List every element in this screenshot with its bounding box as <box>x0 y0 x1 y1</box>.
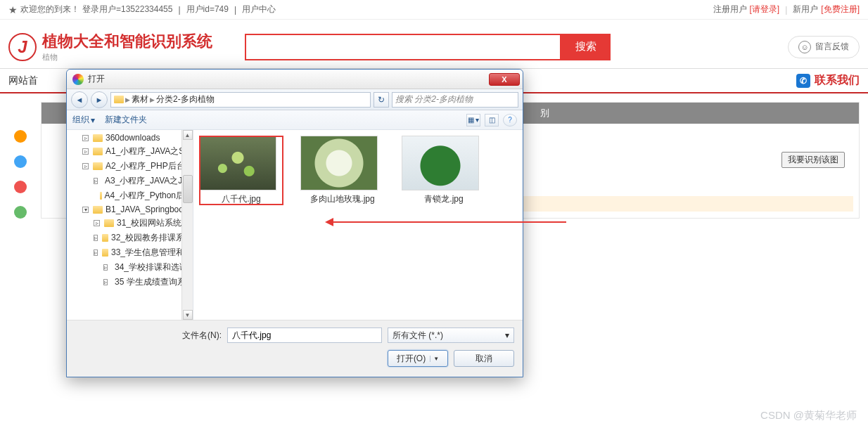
tree-item[interactable]: ▹360downloads <box>67 131 193 144</box>
expand-toggle[interactable]: ▹ <box>94 235 98 241</box>
headset-icon: ☺ <box>798 41 811 53</box>
user-center-link[interactable]: 用户中心 <box>242 4 276 15</box>
organize-menu[interactable]: 组织 ▾ <box>72 114 95 126</box>
site-subtitle: 植物 <box>42 52 212 63</box>
filename-input[interactable] <box>227 328 382 343</box>
chevron-right-icon: ▶ <box>150 96 155 103</box>
topbar: ★ 欢迎您的到来！ 登录用户=13522334455 | 用户id=749 | … <box>0 0 868 20</box>
expand-toggle[interactable]: ▹ <box>94 249 98 256</box>
search-input[interactable] <box>245 34 561 60</box>
new-folder-button[interactable]: 新建文件夹 <box>105 114 147 126</box>
tree-item[interactable]: ▹32_校园教务排课系统 <box>67 231 193 245</box>
search-button[interactable]: 搜索 <box>561 34 611 60</box>
tree-item-label: A2_小程序_PHP后台 <box>106 160 185 172</box>
tree-item[interactable]: A4_小程序_Python后台 <box>67 188 193 203</box>
expand-toggle[interactable]: ▹ <box>82 135 89 141</box>
filename-row: 文件名(N): 所有文件 (*.*) ▾ <box>75 328 514 343</box>
expand-toggle[interactable]: ▹ <box>94 220 100 226</box>
path-seg-2[interactable]: 分类2-多肉植物 <box>156 93 215 105</box>
folder-icon <box>100 192 101 200</box>
tree-item[interactable]: ▹34_学校排课和选课系 <box>67 260 193 275</box>
logo-icon: J <box>8 33 37 61</box>
folder-search-input[interactable]: 搜索 分类2-多肉植物 <box>392 92 518 108</box>
thumbnail-image <box>199 136 276 190</box>
phone-icon: ✆ <box>796 74 810 88</box>
tree-item[interactable]: ▹A1_小程序_JAVA之Spr <box>67 144 193 159</box>
tree-item-label: 360downloads <box>106 133 160 143</box>
open-button[interactable]: 打开(O) ▼ <box>388 350 448 367</box>
breadcrumb[interactable]: ▶ 素材 ▶ 分类2-多肉植物 <box>110 92 371 108</box>
folder-icon <box>93 148 103 155</box>
please-login-link[interactable]: [请登录] <box>750 4 780 15</box>
expand-toggle[interactable]: ▹ <box>82 148 89 155</box>
view-options-button[interactable]: ▦ ▾ <box>466 114 480 127</box>
open-button-label: 打开(O) <box>397 353 426 365</box>
separator: | <box>178 5 180 15</box>
thumbnail-label: 青锁龙.jpg <box>402 193 486 205</box>
side-icon-2[interactable] <box>14 155 27 168</box>
chevron-down-icon: ▾ <box>91 115 95 125</box>
side-icon-1[interactable] <box>14 130 27 143</box>
star-icon: ★ <box>8 4 18 15</box>
chevron-down-icon: ▼ <box>430 356 439 362</box>
dialog-toolbar: 组织 ▾ 新建文件夹 ▦ ▾ ◫ ? <box>67 110 523 130</box>
thumbnail-image <box>300 136 378 190</box>
header: J 植物大全和智能识别系统 植物 搜索 ☺ 留言反馈 <box>0 20 868 68</box>
close-button[interactable]: X <box>489 73 520 86</box>
cancel-button[interactable]: 取消 <box>454 350 514 367</box>
free-register-link[interactable]: [免费注册] <box>821 4 860 15</box>
folder-icon <box>93 206 103 214</box>
refresh-button[interactable]: ↻ <box>374 92 389 108</box>
preview-pane-button[interactable]: ◫ <box>485 114 499 127</box>
tree-scrollbar[interactable]: ▲ ▼ <box>181 130 193 320</box>
scroll-up[interactable]: ▲ <box>183 130 193 140</box>
tree-item[interactable]: ▹31_校园网站系统 <box>67 216 193 231</box>
side-icon-4[interactable] <box>14 206 27 219</box>
tree-item[interactable]: ▹A2_小程序_PHP后台 <box>67 159 193 174</box>
side-icon-3[interactable] <box>14 181 27 193</box>
scroll-down[interactable]: ▼ <box>183 310 193 320</box>
tree-item[interactable]: ▹A3_小程序_JAVA之JSP <box>67 174 193 188</box>
expand-toggle[interactable]: ▾ <box>82 207 89 213</box>
forward-button[interactable]: ► <box>91 91 108 108</box>
expand-toggle[interactable]: ▹ <box>103 264 108 271</box>
file-filter-select[interactable]: 所有文件 (*.*) ▾ <box>388 328 514 343</box>
chevron-right-icon: ▶ <box>125 96 130 103</box>
help-button[interactable]: ? <box>503 114 517 127</box>
file-thumbnail[interactable]: 多肉山地玫瑰.jpg <box>300 136 385 205</box>
feedback-button[interactable]: ☺ 留言反馈 <box>788 36 860 58</box>
user-id: 用户id=749 <box>186 4 229 15</box>
contact-label: 联系我们 <box>815 73 860 88</box>
annotation-arrow-line <box>331 221 566 223</box>
tree-item-label: A1_小程序_JAVA之Spr <box>106 145 192 157</box>
tree-item[interactable]: ▹33_学生信息管理和新 <box>67 245 193 260</box>
annotation-arrow-head <box>325 218 333 226</box>
contact-us[interactable]: ✆ 联系我们 <box>796 73 860 88</box>
folder-icon <box>114 96 124 103</box>
path-seg-1[interactable]: 素材 <box>132 93 148 105</box>
filter-value: 所有文件 (*.*) <box>392 330 443 342</box>
scroll-thumb[interactable] <box>183 175 193 203</box>
dialog-footer: 文件名(N): 所有文件 (*.*) ▾ 打开(O) ▼ 取消 <box>67 320 523 377</box>
topbar-left: ★ 欢迎您的到来！ 登录用户=13522334455 | 用户id=749 | … <box>8 4 276 15</box>
file-thumbnail[interactable]: 八千代.jpg <box>199 136 283 205</box>
thumbnail-image <box>402 136 479 190</box>
expand-toggle[interactable]: ▹ <box>94 178 98 184</box>
expand-toggle[interactable]: ▹ <box>103 279 108 285</box>
folder-icon <box>102 234 108 242</box>
tree-item-label: 33_学生信息管理和新 <box>111 247 193 259</box>
file-open-dialog: 打开 X ◄ ► ▶ 素材 ▶ 分类2-多肉植物 ↻ 搜索 分类2-多肉植物 组… <box>66 69 523 377</box>
tree-item-label: B1_JAVA_Springboot <box>106 205 186 214</box>
dialog-titlebar[interactable]: 打开 X <box>67 70 523 89</box>
recognize-button[interactable]: 我要识别该图 <box>781 152 845 168</box>
back-button[interactable]: ◄ <box>71 91 88 108</box>
nav-home[interactable]: 网站首 <box>8 74 38 87</box>
tree-item[interactable]: ▹35 学生成绩查询系统 <box>67 275 193 290</box>
dialog-title: 打开 <box>88 73 105 85</box>
tree-item[interactable]: ▾B1_JAVA_Springboot <box>67 203 193 216</box>
folder-tree[interactable]: ▲ ▼ ▹360downloads▹A1_小程序_JAVA之Spr▹A2_小程序… <box>67 130 193 320</box>
toolbar-right: ▦ ▾ ◫ ? <box>466 114 517 127</box>
expand-toggle[interactable]: ▹ <box>82 163 89 169</box>
thumbnail-label: 八千代.jpg <box>199 193 283 205</box>
file-thumbnail[interactable]: 青锁龙.jpg <box>402 136 486 205</box>
